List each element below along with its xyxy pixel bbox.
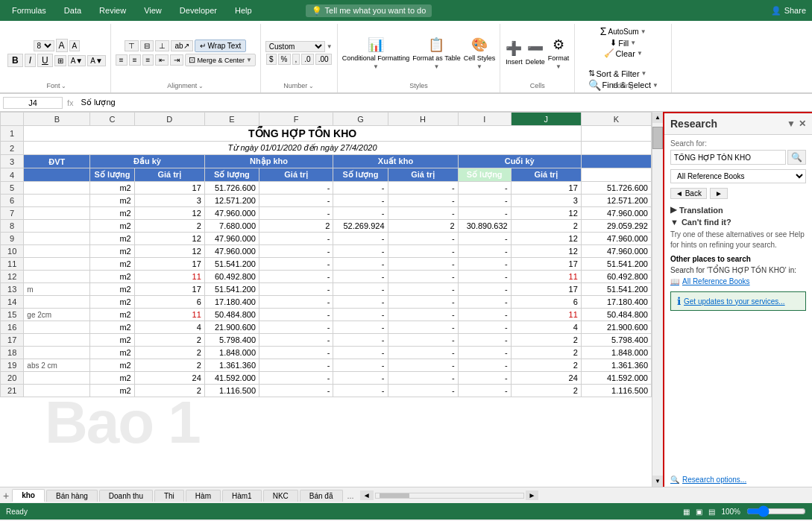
row-num-5[interactable]: 5	[1, 182, 24, 195]
decrease-decimal-button[interactable]: .0	[301, 54, 313, 65]
add-sheet-button[interactable]: +	[3, 490, 9, 502]
percent-button[interactable]: %	[278, 54, 291, 65]
orient-button[interactable]: ab↗	[171, 40, 192, 51]
d5-sl4[interactable]: 17	[511, 182, 581, 195]
research-options-link[interactable]: 🔍 Research options...	[664, 473, 812, 487]
currency-button[interactable]: $	[266, 54, 277, 65]
formula-input[interactable]	[78, 98, 809, 108]
d5-gt1[interactable]: 51.726.600	[204, 182, 259, 195]
border-button[interactable]: ⊞	[54, 55, 66, 66]
cant-find-section[interactable]: ▼ Can't find it?	[670, 218, 806, 227]
decrease-indent-button[interactable]: ⇤	[155, 54, 169, 66]
merge-center-button[interactable]: ⊡ Merge & Center ▼	[185, 54, 255, 66]
col-header-h[interactable]: H	[388, 113, 458, 126]
col-header-b[interactable]: B	[24, 113, 90, 126]
align-middle-button[interactable]: ⊟	[140, 40, 154, 51]
wrap-text-button[interactable]: ↵ Wrap Text	[195, 40, 247, 52]
title-cell[interactable]: TỔNG HỢP TỒN KHO	[24, 126, 581, 142]
research-close-button[interactable]: ✕	[799, 119, 806, 129]
tab-help[interactable]: Help	[226, 3, 261, 18]
vertical-scrollbar[interactable]: ▲ ▼	[652, 112, 663, 487]
back-button[interactable]: ◄ Back	[670, 188, 707, 199]
scroll-up-button[interactable]: ▲	[652, 112, 664, 123]
underline-button[interactable]: U	[37, 54, 53, 67]
scroll-left-button[interactable]: ◄	[360, 490, 374, 500]
scroll-thumb[interactable]	[652, 127, 663, 149]
d5-gt2[interactable]: -	[333, 182, 388, 195]
font-size-select[interactable]: 8	[34, 40, 54, 51]
translation-section[interactable]: ▶ Translation	[670, 205, 806, 215]
more-sheets-button[interactable]: ...	[347, 491, 354, 500]
font-expand-icon[interactable]: ⌄	[61, 83, 66, 89]
research-search-button[interactable]: 🔍	[787, 150, 806, 165]
tab-data[interactable]: Data	[55, 3, 90, 18]
align-right-button[interactable]: ≡	[142, 54, 154, 66]
format-button[interactable]: ⚙ Format ▼	[548, 37, 570, 70]
sheet-tab-ham[interactable]: Hàm	[186, 490, 221, 502]
format-as-table-button[interactable]: 📋 Format as Table ▼	[412, 37, 460, 70]
name-box[interactable]	[3, 97, 63, 109]
number-expand-icon[interactable]: ⌄	[309, 83, 314, 89]
col-header-c[interactable]: C	[90, 113, 134, 126]
d5-sl1[interactable]: 17	[134, 182, 204, 195]
sheet-tab-kho[interactable]: kho	[12, 489, 45, 502]
share-button[interactable]: 👤 Share	[771, 6, 806, 16]
font-increase-button[interactable]: A	[56, 39, 68, 52]
increase-decimal-button[interactable]: .00	[315, 54, 332, 65]
d5-gt4[interactable]: 51.726.600	[581, 182, 651, 195]
col-header-f[interactable]: F	[259, 113, 333, 126]
forward-button[interactable]: ►	[710, 188, 728, 199]
horizontal-scroll-track[interactable]	[375, 493, 524, 499]
h2-sl4[interactable]: Số lượng	[458, 168, 511, 182]
sheet-tab-thi[interactable]: Thi	[154, 490, 184, 502]
italic-button[interactable]: I	[25, 54, 36, 67]
delete-button[interactable]: ➖ Delete	[526, 40, 545, 66]
cell-styles-button[interactable]: 🎨 Cell Styles ▼	[464, 37, 496, 70]
sheet-tab-doanhtu[interactable]: Doanh thu	[99, 490, 153, 502]
col-header-g[interactable]: G	[333, 113, 388, 126]
align-top-button[interactable]: ⊤	[125, 40, 139, 51]
research-search-input[interactable]	[670, 150, 786, 165]
tab-formulas[interactable]: Formulas	[3, 3, 55, 18]
row-num-1[interactable]: 1	[1, 126, 24, 142]
scroll-down-button[interactable]: ▼	[652, 476, 664, 487]
bold-button[interactable]: B	[7, 54, 23, 67]
col-header-k[interactable]: K	[581, 113, 651, 126]
font-decrease-button[interactable]: A	[69, 40, 81, 51]
view-layout-icon[interactable]: ▣	[696, 508, 702, 516]
scroll-track[interactable]	[652, 123, 663, 476]
col-header-j[interactable]: J	[511, 113, 581, 126]
comma-button[interactable]: ,	[292, 54, 300, 65]
horizontal-scroll-thumb[interactable]	[380, 493, 409, 498]
align-center-button[interactable]: ≡	[129, 54, 141, 66]
view-page-break-icon[interactable]: ▤	[708, 508, 715, 516]
research-dropdown[interactable]: All Reference Books	[670, 169, 806, 183]
col-header-e[interactable]: E	[204, 113, 259, 126]
align-left-button[interactable]: ≡	[116, 54, 128, 66]
insert-button[interactable]: ➕ Insert	[506, 40, 523, 66]
increase-indent-button[interactable]: ⇥	[170, 54, 183, 66]
align-bottom-button[interactable]: ⊥	[155, 40, 169, 51]
scroll-right-button[interactable]: ►	[526, 490, 539, 500]
sheet-tab-ham1[interactable]: Hàm1	[222, 490, 262, 502]
tab-review[interactable]: Review	[90, 3, 135, 18]
tab-developer[interactable]: Developer	[171, 3, 226, 18]
view-normal-icon[interactable]: ▦	[683, 508, 690, 516]
d5-dvt[interactable]: m2	[90, 182, 134, 195]
get-updates-link[interactable]: Get updates to your services...	[684, 297, 785, 306]
research-dropdown-button[interactable]: ▼	[787, 119, 796, 129]
d5-gt3[interactable]: -	[458, 182, 511, 195]
col-header-d[interactable]: D	[134, 113, 204, 126]
font-color-button[interactable]: A▼	[87, 55, 106, 66]
all-ref-books-link[interactable]: 📖 All Reference Books	[670, 277, 806, 285]
row-num-4[interactable]: 4	[1, 168, 24, 182]
tab-view[interactable]: View	[135, 3, 171, 18]
alignment-expand-icon[interactable]: ⌄	[198, 83, 204, 89]
sheet-tab-banda[interactable]: Bán đã	[300, 490, 343, 502]
fill-color-button[interactable]: A▼	[68, 55, 86, 66]
row-num-3[interactable]: 3	[1, 155, 24, 168]
tell-me-box[interactable]: 💡 Tell me what you want to do	[306, 4, 432, 17]
number-format-select[interactable]: Custom	[265, 41, 325, 52]
zoom-slider[interactable]	[746, 505, 806, 517]
conditional-formatting-button[interactable]: 📊 Conditional Formatting ▼	[342, 37, 410, 70]
